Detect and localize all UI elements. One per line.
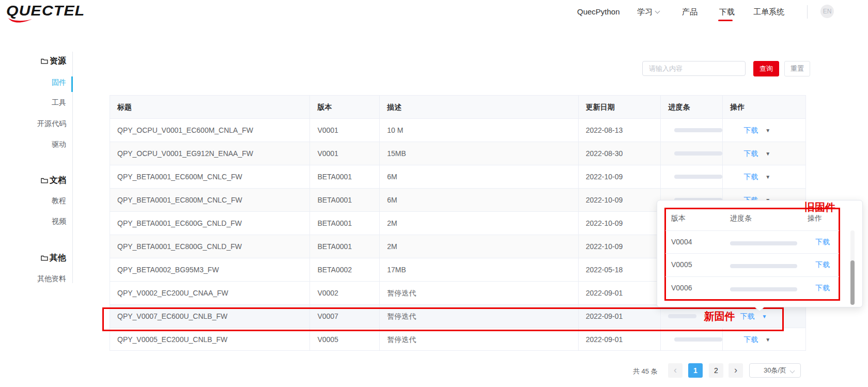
progress-bar xyxy=(730,241,797,245)
nav-download[interactable]: 下载 xyxy=(719,7,735,17)
table-row: QPY_OCPU_V0001_EC600M_CNLA_FW V0001 10 M… xyxy=(110,118,805,142)
old-firmware-annotation: 旧固件 xyxy=(804,200,835,214)
progress-bar xyxy=(674,128,722,132)
logo-swoosh-icon xyxy=(7,17,34,24)
pagination-next-button[interactable]: › xyxy=(729,363,743,378)
nav-learn[interactable]: 学习 xyxy=(637,7,659,17)
progress-bar xyxy=(730,264,797,268)
table-row: QPY_OCPU_V0001_EG912N_ENAA_FW V0001 15MB… xyxy=(110,142,805,165)
sidebar-group-others[interactable]: 其他 xyxy=(0,253,66,264)
download-link[interactable]: 下载 xyxy=(743,142,758,165)
caret-down-icon[interactable] xyxy=(765,119,770,142)
popup-divider xyxy=(665,276,839,277)
search-input[interactable] xyxy=(642,61,746,76)
query-button[interactable]: 查询 xyxy=(753,61,779,76)
table-header: 标题 版本 描述 更新日期 进度条 操作 xyxy=(110,96,805,118)
download-link[interactable]: 下载 xyxy=(815,238,830,247)
popup-col-action: 操作 xyxy=(808,214,822,223)
sidebar-item-tutorials[interactable]: 教程 xyxy=(0,196,66,206)
sidebar-group-documents[interactable]: 文档 xyxy=(0,175,66,186)
quectel-download-page: QUECTEL QuecPython 学习 产品 下载 工单系统 EN 资源 固… xyxy=(0,0,868,387)
popup-divider xyxy=(665,253,839,254)
folder-icon xyxy=(41,58,48,64)
nav-ticket-system[interactable]: 工单系统 xyxy=(753,7,784,17)
download-link[interactable]: 下载 xyxy=(743,165,758,188)
nav-divider xyxy=(807,5,808,19)
table-row: QPY_BETA0001_EC600M_CNLC_FW BETA0001 6M … xyxy=(110,165,805,188)
new-firmware-annotation: 新固件 xyxy=(704,305,735,328)
page-size-value: 30条/页 xyxy=(764,366,786,374)
progress-bar xyxy=(674,151,722,156)
pagination-page-2[interactable]: 2 xyxy=(709,363,723,378)
caret-down-icon[interactable] xyxy=(765,142,770,165)
popup-divider xyxy=(665,230,839,231)
popup-scrollbar-thumb[interactable] xyxy=(850,260,855,305)
caret-down-icon[interactable] xyxy=(765,165,770,188)
progress-bar xyxy=(730,287,797,291)
folder-icon xyxy=(41,255,48,261)
old-versions-popup: 旧固件 版本 进度条 操作 V0004 下载 V0005 下载 V0006 下载 xyxy=(657,200,863,307)
language-toggle[interactable]: EN xyxy=(820,5,834,18)
sidebar-item-videos[interactable]: 视频 xyxy=(0,217,66,226)
download-link[interactable]: 下载 xyxy=(743,328,758,350)
quectel-logo[interactable]: QUECTEL xyxy=(6,3,110,24)
sidebar-item-other-materials[interactable]: 其他资料 xyxy=(0,274,66,284)
popup-version: V0006 xyxy=(671,284,692,292)
pagination-page-1[interactable]: 1 xyxy=(688,363,703,378)
download-dropdown-trigger[interactable]: 下载 xyxy=(740,305,754,328)
progress-bar xyxy=(674,337,722,342)
chevron-down-icon xyxy=(790,368,795,374)
nav-quecpython[interactable]: QuecPython xyxy=(577,7,620,16)
pagination-prev-button[interactable]: ‹ xyxy=(668,363,683,378)
download-link[interactable]: 下载 xyxy=(815,260,830,270)
popup-col-version: 版本 xyxy=(671,214,686,223)
page-size-select[interactable]: 30条/页 xyxy=(749,363,801,378)
folder-icon xyxy=(41,177,48,183)
sidebar-group-resources[interactable]: 资源 xyxy=(0,56,66,67)
popup-version: V0005 xyxy=(671,260,692,269)
sidebar-item-opensource[interactable]: 开源代码 xyxy=(0,119,66,129)
reset-button[interactable]: 重置 xyxy=(784,61,810,76)
pagination-total: 共 45 条 xyxy=(633,367,658,376)
sidebar-active-marker xyxy=(71,76,73,92)
chevron-down-icon xyxy=(655,9,660,14)
download-link[interactable]: 下载 xyxy=(743,119,758,142)
progress-bar xyxy=(674,175,722,179)
progress-bar xyxy=(668,314,696,318)
sidebar-item-drivers[interactable]: 驱动 xyxy=(0,140,66,149)
download-link[interactable]: 下载 xyxy=(815,284,830,293)
nav-products[interactable]: 产品 xyxy=(682,7,698,17)
sidebar-item-firmware[interactable]: 固件 xyxy=(0,78,66,87)
caret-down-icon[interactable] xyxy=(765,328,770,350)
sidebar-item-tools[interactable]: 工具 xyxy=(0,98,66,107)
popup-version: V0004 xyxy=(671,238,692,246)
table-row: QPY_V0005_EC200U_CNLB_FW V0005 暂停迭代 2022… xyxy=(110,328,805,351)
table-row-new-firmware: QPY_V0007_EC600U_CNLB_FW V0007 暂停迭代 2022… xyxy=(110,304,805,328)
active-nav-underline xyxy=(718,20,733,21)
popup-col-progress: 进度条 xyxy=(730,214,752,223)
